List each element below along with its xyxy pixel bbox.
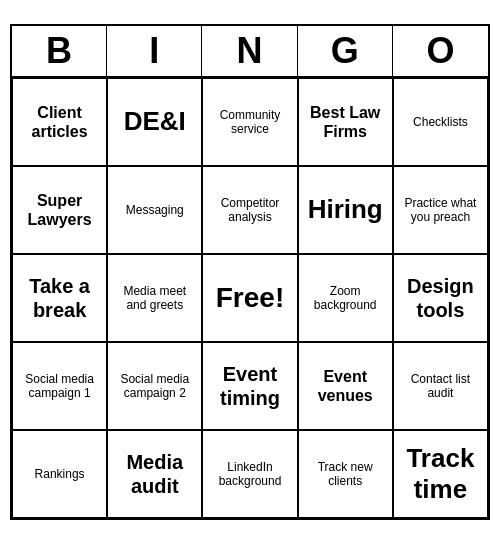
bingo-cell-24: Track time bbox=[393, 430, 488, 518]
header-letter-o: O bbox=[393, 26, 488, 76]
header-letter-g: G bbox=[298, 26, 393, 76]
bingo-cell-6: Messaging bbox=[107, 166, 202, 254]
bingo-cell-16: Social media campaign 2 bbox=[107, 342, 202, 430]
bingo-cell-12: Free! bbox=[202, 254, 297, 342]
bingo-cell-21: Media audit bbox=[107, 430, 202, 518]
header-letter-n: N bbox=[202, 26, 297, 76]
bingo-cell-1: DE&I bbox=[107, 78, 202, 166]
bingo-cell-20: Rankings bbox=[12, 430, 107, 518]
bingo-cell-3: Best Law Firms bbox=[298, 78, 393, 166]
bingo-cell-23: Track new clients bbox=[298, 430, 393, 518]
bingo-grid: Client articlesDE&ICommunity serviceBest… bbox=[12, 78, 488, 518]
bingo-cell-13: Zoom background bbox=[298, 254, 393, 342]
bingo-cell-19: Contact list audit bbox=[393, 342, 488, 430]
bingo-cell-18: Event venues bbox=[298, 342, 393, 430]
header-letter-b: B bbox=[12, 26, 107, 76]
bingo-cell-10: Take a break bbox=[12, 254, 107, 342]
bingo-cell-7: Competitor analysis bbox=[202, 166, 297, 254]
bingo-cell-15: Social media campaign 1 bbox=[12, 342, 107, 430]
bingo-cell-0: Client articles bbox=[12, 78, 107, 166]
bingo-cell-9: Practice what you preach bbox=[393, 166, 488, 254]
bingo-cell-8: Hiring bbox=[298, 166, 393, 254]
bingo-cell-14: Design tools bbox=[393, 254, 488, 342]
bingo-cell-22: LinkedIn background bbox=[202, 430, 297, 518]
header-letter-i: I bbox=[107, 26, 202, 76]
bingo-cell-5: Super Lawyers bbox=[12, 166, 107, 254]
bingo-cell-11: Media meet and greets bbox=[107, 254, 202, 342]
bingo-card: BINGO Client articlesDE&ICommunity servi… bbox=[10, 24, 490, 520]
bingo-header: BINGO bbox=[12, 26, 488, 78]
bingo-cell-17: Event timing bbox=[202, 342, 297, 430]
bingo-cell-4: Checklists bbox=[393, 78, 488, 166]
bingo-cell-2: Community service bbox=[202, 78, 297, 166]
